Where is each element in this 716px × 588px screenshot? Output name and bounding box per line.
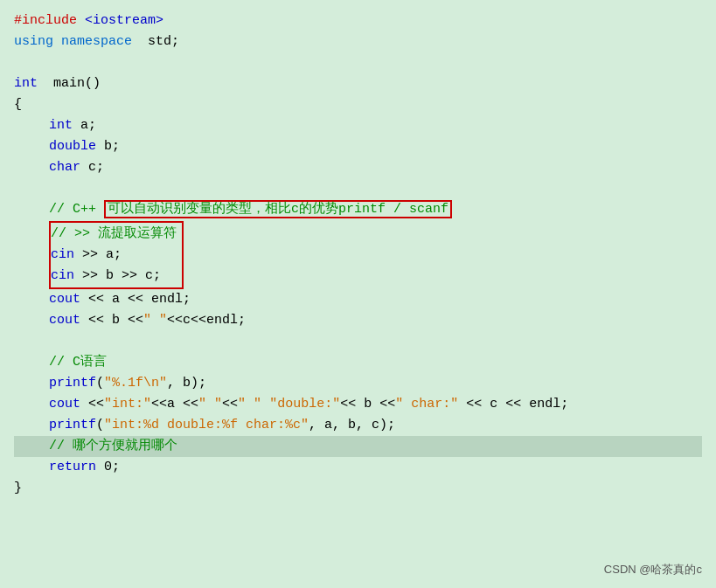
code-line-21: // 哪个方便就用哪个 (14, 436, 702, 457)
code-line-3 (14, 52, 702, 73)
cout-3-op3 (261, 397, 269, 412)
printf-2-paren: ( (96, 418, 104, 432)
main-fn: main() (45, 76, 101, 91)
cout-keyword-3: cout (49, 397, 80, 412)
comment-box-highlight: 可以自动识别变量的类型，相比c的优势printf / scanf (104, 200, 452, 218)
cout-keyword-2: cout (49, 313, 80, 328)
return-zero: 0; (96, 460, 120, 474)
cout-a-rest: << a << endl; (80, 292, 191, 307)
comment-cpp: // C++ (49, 202, 104, 217)
code-line-20: printf("int:%d double:%f char:%c", a, b,… (14, 415, 702, 436)
code-line-16 (14, 331, 702, 352)
comment-which: // 哪个方便就用哪个 (49, 439, 177, 453)
str-space-2: " (159, 313, 167, 328)
include-keyword: #include (14, 13, 77, 28)
code-line-22: return 0; (14, 457, 702, 478)
printf-1-rest: , b); (167, 376, 206, 391)
str-sp1: " " (198, 397, 222, 412)
boxed-cin-section: // >> 流提取运算符 cin >> a; cin >> b >> c; (49, 221, 184, 289)
cout-3-op2: << (222, 397, 238, 412)
open-brace: { (14, 97, 22, 112)
include-lib: <iostream> (85, 13, 163, 28)
code-line-5: { (14, 94, 702, 115)
code-line-15: cout << b <<" "<<c<<endl; (14, 310, 702, 331)
printf-2-str: "int:%d double:%f char:%c" (104, 418, 309, 432)
namespace-keyword: namespace (61, 34, 132, 49)
comment-stream: // >> 流提取运算符 (51, 226, 177, 241)
code-line-23: } (14, 478, 702, 499)
cout-keyword-1: cout (49, 292, 80, 307)
code-line-9 (14, 178, 702, 199)
code-line-17: // C语言 (14, 352, 702, 373)
char-keyword: char (49, 160, 80, 175)
comment-c-lang: // C语言 (49, 355, 107, 370)
watermark: CSDN @哈茶真的c (604, 562, 702, 578)
int-a-rest: a; (73, 118, 96, 133)
cout-b-rest: << b << (80, 313, 143, 328)
code-line-2: using namespace std; (14, 31, 702, 52)
code-line-11: // >> 流提取运算符 (51, 224, 177, 245)
code-line-10: // C++ 可以自动识别变量的类型，相比c的优势printf / scanf (14, 199, 702, 220)
cout-3-c: << c << endl; (458, 397, 568, 412)
code-line-6: int a; (14, 115, 702, 136)
cout-3-a: <<a << (151, 397, 198, 412)
code-line-1: #include <iostream> (14, 10, 702, 31)
std-text: std; (140, 34, 179, 49)
cin-a-rest: >> a; (74, 247, 122, 262)
code-line-18: printf("%.1f\n", b); (14, 373, 702, 394)
str-char: " char:" (395, 397, 458, 412)
cin-keyword-2: cin (51, 268, 74, 283)
code-line-8: char c; (14, 157, 702, 178)
code-line-7: double b; (14, 136, 702, 157)
code-line-4: int main() (14, 73, 702, 94)
int-a-keyword: int (49, 118, 73, 133)
cout-3-op1: << (80, 397, 104, 412)
printf-2-rest: , a, b, c); (309, 418, 395, 432)
cin-keyword-1: cin (51, 247, 74, 262)
int-keyword: int (14, 76, 38, 91)
code-line-12: cin >> a; (51, 245, 177, 266)
code-editor: #include <iostream> using namespace std;… (0, 0, 716, 588)
code-line-19: cout <<"int:"<<a <<" "<<" " "double:"<< … (14, 394, 702, 415)
close-brace: } (14, 481, 22, 495)
str-sp2: " " (238, 397, 261, 412)
str-double: "double:" (269, 397, 340, 412)
using-keyword: using (14, 34, 53, 49)
return-keyword: return (49, 460, 96, 474)
double-b-rest: b; (96, 139, 120, 154)
cin-b-c-rest: >> b >> c; (74, 268, 161, 283)
printf-keyword-2: printf (49, 418, 96, 432)
str-int: "int:" (104, 397, 151, 412)
code-line-14: cout << a << endl; (14, 289, 702, 310)
cout-c-rest: <<c<<endl; (167, 313, 246, 328)
printf-keyword-1: printf (49, 376, 96, 391)
code-line-13: cin >> b >> c; (51, 266, 177, 287)
printf-1-str: "%.1f\n" (104, 376, 167, 391)
str-space-1: " (143, 313, 151, 328)
double-keyword: double (49, 139, 96, 154)
cout-3-b: << b << (340, 397, 395, 412)
char-c-rest: c; (80, 160, 104, 175)
printf-1-paren: ( (96, 376, 104, 391)
